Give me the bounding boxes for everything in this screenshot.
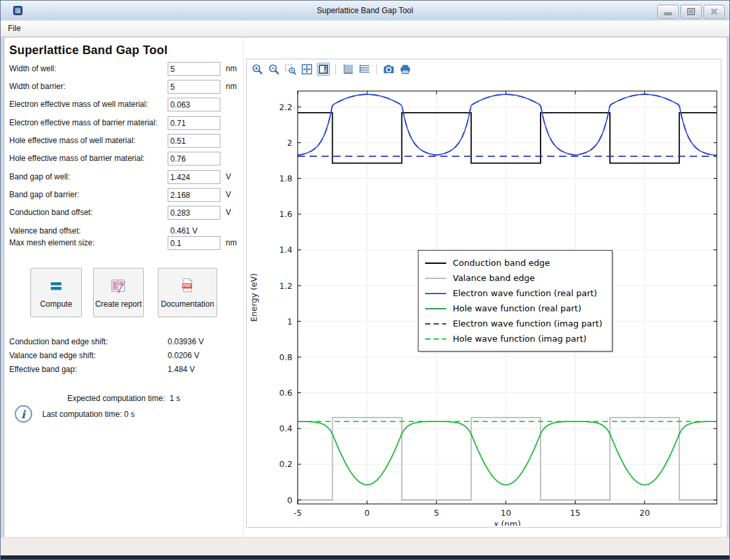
main-content: Superlattice Band Gap Tool Width of well…: [4, 37, 727, 538]
field-row-electron-mass-barrier: Electron effective mass of barrier mater…: [5, 116, 244, 129]
print-icon[interactable]: [398, 62, 413, 77]
legend-label: Hole wave function (imag part): [453, 334, 587, 344]
documentation-button[interactable]: PDFDocumentation: [158, 268, 217, 317]
toolbar-separator: [376, 64, 377, 75]
menu-bar: File: [1, 20, 729, 37]
svg-text:0.6: 0.6: [279, 388, 292, 398]
band-gap-well-label: Band gap of well:: [9, 172, 70, 181]
legend-label: Conduction band edge: [453, 258, 550, 268]
svg-text:20: 20: [640, 508, 650, 518]
pdf-document-icon: PDF: [179, 277, 196, 297]
conduction-band-offset-label: Conduction band offset:: [9, 208, 93, 217]
legend-entry: Electron wave function (imag part): [424, 316, 603, 331]
legend-line-sample: [424, 290, 447, 297]
svg-text:1.4: 1.4: [279, 245, 292, 255]
electron-mass-well-input[interactable]: [168, 98, 220, 111]
legend-line-sample: [424, 259, 447, 267]
title-bar[interactable]: Superlattice Band Gap Tool: [1, 1, 729, 20]
maximize-button[interactable]: [680, 5, 702, 18]
zoom-box-icon[interactable]: [283, 62, 298, 77]
minimize-button[interactable]: [657, 5, 679, 18]
field-row-electron-mass-well: Electron effective mass of well material…: [5, 98, 244, 111]
field-row-hole-mass-barrier: Hole effective mass of barrier material:: [5, 152, 244, 165]
legend-line-sample: [424, 320, 447, 328]
width-of-barrier-unit: nm: [226, 82, 237, 91]
result-row: Conduction band edge shift:0.03936 V: [5, 337, 244, 348]
svg-text:0.4: 0.4: [279, 423, 292, 433]
legend-entry: Hole wave function (real part): [424, 301, 603, 316]
electron-mass-barrier-label: Electron effective mass of barrier mater…: [9, 118, 158, 127]
field-row-conduction-band-offset: Conduction band offset:V: [5, 206, 244, 219]
field-row-max-mesh-element-size: Max mesh element size:nm: [5, 236, 244, 249]
max-mesh-element-size-unit: nm: [226, 238, 237, 247]
compute-button[interactable]: Compute: [30, 268, 82, 317]
hole-mass-well-input[interactable]: [168, 134, 220, 148]
legend-line-sample: [424, 274, 447, 282]
panel-splitter[interactable]: [243, 38, 244, 537]
legend-line-sample: [424, 335, 447, 343]
zoom-extents-icon[interactable]: [300, 62, 314, 77]
svg-text:1.2: 1.2: [279, 281, 292, 291]
hole-mass-barrier-input[interactable]: [168, 152, 220, 166]
legend-line-sample: [424, 305, 447, 313]
width-of-well-unit: nm: [226, 64, 237, 73]
create-report-button[interactable]: Create report: [93, 268, 144, 317]
window-bottom-edge: [1, 555, 729, 559]
hole-mass-well-label: Hole effective mass of well material:: [9, 136, 135, 145]
expected-time-label: Expected computation time:: [5, 394, 165, 403]
window-title: Superlattice Band Gap Tool: [1, 6, 729, 15]
app-window: Superlattice Band Gap Tool File Superlat…: [0, 0, 730, 560]
band-gap-barrier-label: Band gap of barrier:: [9, 190, 79, 199]
valence-band-offset-value: 0.461 V: [170, 226, 197, 235]
plot-legend: Conduction band edgeValance band edgeEle…: [418, 250, 613, 352]
plot-image-toggle-icon[interactable]: [316, 62, 331, 77]
band-gap-well-input[interactable]: [168, 170, 220, 184]
conduction-band-offset-unit: V: [226, 208, 231, 217]
svg-text:10: 10: [500, 508, 511, 518]
max-mesh-element-size-label: Max mesh element size:: [9, 238, 94, 247]
field-row-band-gap-barrier: Band gap of barrier:V: [5, 188, 244, 201]
legend-entry: Conduction band edge: [424, 255, 603, 270]
result-label: Valance band edge shift:: [9, 351, 96, 360]
result-row: Valance band edge shift:0.0206 V: [5, 351, 244, 361]
compute-equals-icon: [48, 277, 65, 297]
close-button[interactable]: [704, 5, 725, 18]
last-time-text: Last computation time: 0 s: [42, 410, 135, 419]
max-mesh-element-size-input[interactable]: [168, 236, 220, 250]
electron-mass-barrier-input[interactable]: [168, 116, 220, 130]
legend-label: Electron wave function (imag part): [453, 319, 603, 328]
graphics-panel: -50510152000.20.40.60.811.21.41.61.822.2…: [246, 59, 721, 528]
legend-entry: Hole wave function (imag part): [424, 331, 603, 346]
x-grid-icon[interactable]: [341, 62, 355, 77]
legend-entry: Electron wave function (real part): [424, 286, 603, 301]
width-of-well-label: Width of well:: [9, 64, 56, 73]
result-row: Effective band gap:1.484 V: [5, 365, 244, 375]
snapshot-camera-icon[interactable]: [382, 62, 396, 77]
settings-panel: Superlattice Band Gap Tool Width of well…: [5, 38, 244, 537]
band-gap-barrier-input[interactable]: [168, 188, 220, 202]
hole-mass-barrier-label: Hole effective mass of barrier material:: [9, 154, 145, 163]
width-of-barrier-input[interactable]: [168, 80, 220, 94]
minimize-icon: [663, 8, 673, 16]
page-title: Superlattice Band Gap Tool: [9, 44, 168, 57]
y-grid-icon[interactable]: [357, 62, 372, 77]
menu-file[interactable]: File: [1, 20, 28, 33]
conduction-band-offset-input[interactable]: [168, 206, 220, 220]
valence-band-offset-label: Valence band offset:: [9, 226, 81, 235]
result-value: 0.03936 V: [168, 337, 204, 346]
maximize-icon: [686, 7, 696, 16]
electron-mass-well-label: Electron effective mass of well material…: [9, 100, 149, 109]
svg-text:15: 15: [570, 508, 581, 518]
result-label: Conduction band edge shift:: [9, 337, 108, 346]
zoom-in-icon[interactable]: [250, 62, 265, 77]
legend-label: Hole wave function (real part): [453, 303, 581, 313]
zoom-out-icon[interactable]: [267, 62, 281, 77]
y-axis-label: Energy (eV): [249, 273, 259, 322]
status-bar: [1, 537, 729, 557]
info-icon: i: [14, 404, 33, 423]
field-row-width-of-barrier: Width of barrier:nm: [5, 80, 244, 93]
width-of-well-input[interactable]: [168, 62, 220, 76]
svg-text:0.2: 0.2: [279, 459, 292, 469]
result-value: 0.0206 V: [168, 351, 199, 360]
field-row-width-of-well: Width of well:nm: [5, 62, 244, 75]
